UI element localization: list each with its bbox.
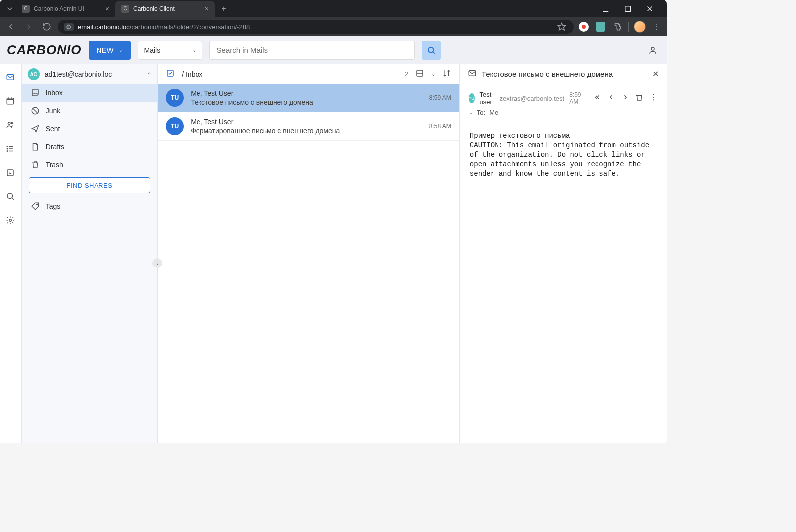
- topbar: CARBONIO NEW ⌄ Mails ⌄: [0, 36, 667, 64]
- folder-trash[interactable]: Trash: [22, 156, 158, 174]
- new-button[interactable]: NEW ⌄: [89, 41, 131, 60]
- browser-tab-0[interactable]: C Carbonio Admin UI ×: [16, 1, 115, 17]
- rail-calendar-icon[interactable]: [3, 94, 17, 108]
- message-item-1[interactable]: TU Me, Test User Форматированное письмо …: [158, 112, 459, 141]
- breadcrumb: / Inbox: [182, 70, 202, 78]
- address-actions: [578, 21, 663, 33]
- close-icon[interactable]: ×: [205, 5, 209, 13]
- folder-label: Trash: [46, 161, 63, 169]
- message-item-0[interactable]: TU Me, Test User Текстовое письмо с внеш…: [158, 84, 459, 112]
- expand-recipients-icon[interactable]: ⌄: [469, 110, 473, 115]
- layout-icon[interactable]: [415, 69, 424, 79]
- sender-avatar: TU: [469, 93, 475, 103]
- sender-email: zextras@carbonio.test: [500, 95, 565, 102]
- delete-icon[interactable]: [635, 93, 644, 104]
- inbox-icon: [31, 89, 40, 97]
- rail: [0, 64, 22, 443]
- avatar: TU: [166, 89, 184, 107]
- folder-inbox[interactable]: Inbox: [22, 84, 158, 102]
- svg-rect-1: [625, 6, 631, 11]
- select-all-icon[interactable]: [166, 69, 175, 80]
- url-bar[interactable]: ⚙ email.carbonio.loc/carbonio/mails/fold…: [58, 20, 574, 34]
- list-header: / Inbox 2 ⌄: [158, 64, 459, 84]
- message-time: 8:59 AM: [429, 94, 451, 101]
- profile-icon[interactable]: [646, 43, 660, 57]
- reply-icon[interactable]: [607, 93, 616, 104]
- svg-rect-31: [167, 70, 173, 76]
- chevron-down-icon: ⌄: [119, 47, 123, 53]
- rail-settings-icon[interactable]: [3, 213, 17, 227]
- reply-all-icon[interactable]: [593, 93, 602, 104]
- sort-icon[interactable]: [442, 69, 451, 79]
- svg-line-9: [433, 52, 435, 54]
- tabs-dropdown-icon[interactable]: [4, 3, 16, 15]
- message-time: 8:58 AM: [429, 123, 451, 130]
- extension-record-icon[interactable]: [578, 21, 590, 33]
- reading-meta: TU Test user zextras@carbonio.test 8:59 …: [467, 91, 660, 119]
- reading-actions: [593, 93, 658, 104]
- close-reading-icon[interactable]: ✕: [652, 69, 659, 79]
- avatar: TU: [166, 117, 184, 135]
- folder-label: Inbox: [46, 89, 63, 97]
- profile-avatar[interactable]: [634, 21, 646, 33]
- svg-point-6: [656, 26, 657, 27]
- svg-line-29: [32, 108, 38, 114]
- file-icon: [31, 142, 40, 151]
- search-button[interactable]: [422, 41, 441, 60]
- maximize-icon[interactable]: [621, 2, 635, 16]
- account-switcher[interactable]: AC ad1test@carbonio.loc ⌃: [22, 64, 158, 84]
- minimize-icon[interactable]: [599, 2, 613, 16]
- search-input[interactable]: [217, 46, 408, 54]
- search-box[interactable]: [209, 41, 415, 60]
- chevron-up-icon: ⌃: [147, 72, 151, 77]
- kebab-menu-icon[interactable]: [649, 93, 658, 104]
- close-icon[interactable]: ×: [105, 5, 109, 13]
- rail-files-icon[interactable]: [3, 166, 17, 179]
- svg-point-17: [12, 122, 13, 124]
- chevron-down-icon[interactable]: ⌄: [431, 71, 435, 77]
- rail-list-icon[interactable]: [3, 142, 17, 156]
- browser-tab-1[interactable]: C Carbonio Client ×: [115, 1, 215, 17]
- url-text: email.carbonio.loc/carbonio/mails/folder…: [78, 23, 250, 31]
- svg-point-21: [7, 146, 8, 147]
- reading-time: 8:59 AM: [569, 91, 582, 105]
- svg-point-5: [656, 24, 657, 25]
- site-info-icon[interactable]: ⚙: [64, 23, 74, 31]
- rail-mail-icon[interactable]: [3, 70, 17, 84]
- svg-rect-24: [7, 170, 13, 176]
- message-list-pane: / Inbox 2 ⌄ TU Me, Test User Текстовое п…: [158, 64, 460, 443]
- star-icon[interactable]: [556, 21, 568, 33]
- svg-point-8: [428, 47, 434, 53]
- folder-sent[interactable]: Sent: [22, 120, 158, 138]
- forward-icon[interactable]: [621, 93, 630, 104]
- window-controls: [599, 2, 663, 16]
- svg-point-30: [36, 204, 37, 205]
- rail-contacts-icon[interactable]: [3, 118, 17, 132]
- back-icon[interactable]: [4, 20, 18, 34]
- svg-rect-12: [7, 98, 14, 104]
- svg-point-10: [651, 47, 654, 50]
- extension-teal-icon[interactable]: [595, 21, 606, 33]
- extensions-icon[interactable]: [611, 21, 623, 33]
- kebab-menu-icon[interactable]: [651, 21, 663, 33]
- tags-row[interactable]: Tags: [22, 197, 158, 215]
- svg-point-23: [7, 151, 8, 152]
- find-shares-button[interactable]: FIND SHARES: [29, 177, 151, 193]
- mail-icon: [468, 69, 477, 80]
- rail-search-icon[interactable]: [3, 189, 17, 203]
- close-window-icon[interactable]: [643, 2, 657, 16]
- avatar-initials: AC: [28, 68, 40, 80]
- chevron-down-icon: ⌄: [192, 47, 196, 53]
- scope-select[interactable]: Mails ⌄: [138, 41, 202, 60]
- divider: [628, 22, 629, 32]
- favicon-icon: C: [22, 5, 30, 13]
- app: CARBONIO NEW ⌄ Mails ⌄: [0, 36, 667, 443]
- reading-header: Текстовое письмо с внешнего домена ✕: [460, 64, 667, 84]
- reading-pane: Текстовое письмо с внешнего домена ✕ TU …: [460, 64, 667, 443]
- reload-icon[interactable]: [40, 20, 54, 34]
- forward-icon[interactable]: [22, 20, 36, 34]
- new-tab-button[interactable]: +: [217, 2, 231, 16]
- folder-junk[interactable]: Junk: [22, 102, 158, 120]
- folder-drafts[interactable]: Drafts: [22, 138, 158, 156]
- tab-bar: C Carbonio Admin UI × C Carbonio Client …: [0, 0, 667, 17]
